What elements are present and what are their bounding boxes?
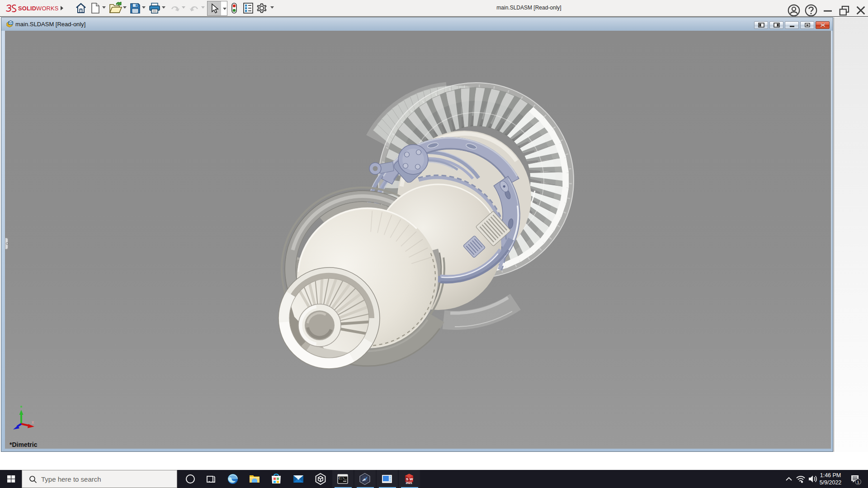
- svg-text:1: 1: [857, 480, 859, 484]
- svg-text:x: x: [32, 420, 34, 425]
- svg-text:SOLIDWORKS: SOLIDWORKS: [18, 5, 58, 12]
